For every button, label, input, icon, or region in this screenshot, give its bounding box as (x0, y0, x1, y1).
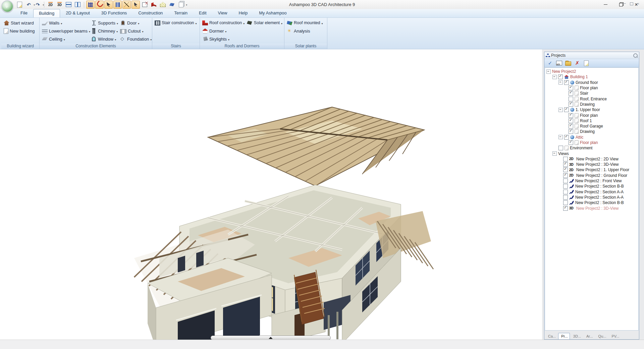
visibility-checkbox[interactable] (564, 80, 569, 85)
ribbon-tab[interactable]: File (15, 9, 33, 17)
tree-item[interactable]: Ground floor (545, 80, 638, 85)
door-button[interactable]: Door (119, 19, 151, 27)
lower-upper-beams-button[interactable]: Lower/upper beams (41, 27, 90, 35)
visibility-checkbox[interactable] (563, 195, 568, 200)
visibility-checkbox[interactable] (563, 173, 568, 178)
tree-item[interactable]: Floor plan (545, 85, 638, 91)
tree-item[interactable]: Floor plan (545, 140, 638, 145)
window-button[interactable]: Window (90, 35, 119, 43)
toolbar-button[interactable] (122, 1, 131, 9)
panel-tab[interactable]: 3D... (570, 333, 583, 339)
visibility-checkbox[interactable] (563, 167, 568, 172)
tree-item[interactable]: Drawing (545, 102, 638, 107)
mdi-restore-icon[interactable] (630, 2, 633, 5)
cutout-button[interactable]: Cutout (119, 27, 151, 35)
collapse-expander-icon[interactable] (558, 135, 563, 139)
toolbar-button[interactable] (168, 1, 176, 9)
panel-tab[interactable]: Ar... (583, 333, 595, 339)
mdi-minimize-icon[interactable] (623, 3, 626, 4)
toolbar-button[interactable]: ▾ (177, 1, 185, 9)
visibility-checkbox[interactable] (558, 146, 563, 150)
visibility-checkbox[interactable] (563, 200, 568, 205)
ceiling-button[interactable]: Ceiling (41, 35, 90, 43)
app-logo-icon[interactable] (1, 0, 13, 12)
roof-construction-button[interactable]: Roof construction (201, 19, 246, 27)
collapse-expander-icon[interactable] (552, 151, 557, 156)
minimize-button[interactable] (598, 0, 613, 9)
tree-item[interactable]: New Project2 : Section B-B (545, 184, 638, 189)
toolbar-button[interactable] (64, 1, 73, 9)
toolbar-button[interactable] (86, 1, 95, 9)
visibility-checkbox[interactable] (569, 129, 573, 134)
panel-pin-icon[interactable] (633, 53, 638, 58)
tree-item[interactable]: New Project2 (545, 69, 638, 74)
ribbon-tab[interactable]: 3D Functions (96, 9, 133, 17)
tree-item[interactable]: 2D New Project2 : Ground Floor (545, 173, 638, 178)
panel-toolbar-button[interactable] (547, 60, 553, 66)
tree-item[interactable]: 1. Upper floor (545, 107, 638, 112)
toolbar-button[interactable]: ▾ (34, 1, 42, 9)
panel-tab[interactable]: Pr... (558, 333, 570, 339)
tree-item[interactable]: New Project2 : Section A-A (545, 195, 638, 200)
start-wizard-button[interactable]: Start wizard (3, 19, 36, 27)
visibility-checkbox[interactable] (564, 135, 569, 140)
bottom-panel-collapse-handle[interactable] (211, 336, 331, 340)
tree-item[interactable]: Drawing (545, 129, 638, 134)
panel-tab[interactable]: Qu... (595, 333, 608, 339)
visibility-checkbox[interactable] (563, 184, 568, 189)
tree-item[interactable]: 3D New Project2 : 3D-View (545, 162, 638, 167)
ribbon-tab[interactable]: My Ashampoo (253, 9, 292, 17)
visibility-checkbox[interactable] (563, 162, 568, 167)
tree-item[interactable]: Roof Garage (545, 123, 638, 129)
analysis-button[interactable]: Analysis (286, 27, 324, 35)
visibility-checkbox[interactable] (563, 206, 568, 211)
visibility-checkbox[interactable] (569, 118, 573, 123)
visibility-checkbox[interactable] (569, 113, 573, 118)
ribbon-tab[interactable]: Building (33, 9, 60, 17)
toolbar-button[interactable] (131, 1, 140, 9)
visibility-checkbox[interactable] (569, 102, 573, 107)
ribbon-tab[interactable]: View (212, 9, 233, 17)
skylights-button[interactable]: Skylights (201, 35, 246, 43)
tree-item[interactable]: 2D New Project2 : 2D View (545, 156, 638, 162)
mdi-close-icon[interactable]: × (637, 2, 639, 6)
visibility-checkbox[interactable] (569, 86, 573, 90)
toolbar-button[interactable] (46, 1, 55, 9)
supports-button[interactable]: Supports (90, 19, 119, 27)
visibility-checkbox[interactable] (563, 157, 568, 161)
panel-tab[interactable]: PV... (608, 333, 621, 339)
roof-mounted-button[interactable]: Roof mounted (286, 19, 324, 27)
dropdown-arrow-icon[interactable]: ▾ (43, 4, 44, 6)
visibility-checkbox[interactable] (563, 179, 568, 183)
tree-item[interactable]: Roof, Entrance (545, 96, 638, 101)
tree-item[interactable]: Building 1 (545, 74, 638, 80)
dropdown-arrow-icon[interactable]: ▾ (186, 4, 187, 6)
toolbar-button[interactable] (113, 1, 122, 9)
panel-toolbar-button[interactable] (574, 60, 580, 66)
tree-item[interactable]: Roof 1 (545, 118, 638, 123)
toolbar-button[interactable]: ▾ (24, 1, 33, 9)
ribbon-tab[interactable]: Terrain (168, 9, 193, 17)
toolbar-button[interactable] (159, 1, 167, 9)
visibility-checkbox[interactable] (563, 190, 568, 194)
collapse-expander-icon[interactable] (552, 75, 557, 79)
tree-item[interactable]: Views (545, 151, 638, 156)
solar-element-button[interactable]: Solar element (246, 19, 283, 27)
ribbon-tab[interactable]: Construction (132, 9, 168, 17)
ribbon-tab[interactable]: Help (233, 9, 253, 17)
collapse-expander-icon[interactable] (546, 69, 551, 74)
tree-item[interactable]: New Project2 : Section A-A (545, 189, 638, 195)
foundation-button[interactable]: Foundation (119, 35, 151, 43)
tree-item[interactable]: New Project2 : Front View (545, 178, 638, 184)
collapse-expander-icon[interactable] (558, 80, 563, 85)
panel-tab[interactable]: Ca... (545, 333, 558, 339)
panel-toolbar-button[interactable] (556, 60, 562, 66)
tree-item[interactable]: Environment (545, 145, 638, 151)
panel-toolbar-button[interactable] (583, 60, 589, 66)
visibility-checkbox[interactable] (569, 124, 573, 129)
panel-toolbar-button[interactable] (565, 60, 571, 66)
tree-item[interactable]: New Project2 : Section B-B (545, 200, 638, 205)
visibility-checkbox[interactable] (569, 97, 573, 101)
toolbar-button[interactable] (95, 1, 104, 9)
ribbon-tab[interactable]: Edit (193, 9, 212, 17)
